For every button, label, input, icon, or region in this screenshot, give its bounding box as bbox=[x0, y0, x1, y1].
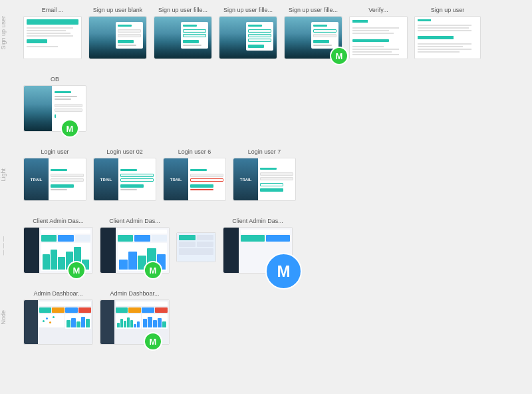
dash-content1 bbox=[38, 300, 92, 344]
node-section: Node Admin Dashboar... bbox=[0, 290, 525, 345]
email-line2 bbox=[27, 30, 66, 31]
frame-signup-final-thumb bbox=[414, 16, 481, 59]
content-area: Sign up user Email ... bbox=[0, 0, 532, 368]
frame-ob[interactable]: OB bbox=[23, 76, 86, 132]
email-header bbox=[27, 19, 78, 25]
signup-content: Email ... bbox=[23, 7, 525, 59]
admin-sidebar1 bbox=[24, 228, 39, 273]
email-line3 bbox=[27, 33, 70, 34]
frame-signup-filled2-thumb bbox=[219, 16, 277, 59]
login6-right bbox=[188, 158, 225, 200]
node-section-label: Node bbox=[0, 310, 23, 325]
node-frames-row: Admin Dashboar... bbox=[23, 290, 525, 345]
client-admin-section: — — — Client Admin Das... bbox=[0, 218, 525, 274]
frame-signup-filled2[interactable]: Sign up user fille... bbox=[219, 7, 277, 59]
login-right-panel bbox=[49, 158, 86, 200]
dash-sidebar1 bbox=[24, 300, 38, 344]
frame-admin-dash1-thumb bbox=[23, 299, 93, 345]
frame-signup-filled3[interactable]: Sign up user fille... bbox=[284, 7, 342, 59]
frame-login02-thumb: TRAIL bbox=[93, 158, 156, 201]
frame-login7[interactable]: Login user 7 TRAIL bbox=[233, 148, 296, 201]
frame-client-admin1-label: Client Admin Das... bbox=[33, 218, 84, 224]
email-line5 bbox=[27, 46, 58, 47]
ob-content: OB bbox=[23, 76, 525, 132]
frame-signup-blank[interactable]: Sign up user blank bbox=[88, 7, 147, 59]
login6-left: TRAIL bbox=[164, 158, 188, 200]
frame-login-label: Login user bbox=[41, 148, 68, 155]
badge-m-admin1: M bbox=[67, 261, 86, 280]
frame-signup-final-label: Sign up user bbox=[431, 7, 465, 13]
badge-m-admin3: M bbox=[265, 253, 302, 290]
badge-m-dash2: M bbox=[144, 332, 162, 351]
frame-verify[interactable]: Verify... bbox=[349, 7, 408, 59]
signup-form4 bbox=[311, 22, 338, 49]
login-frames-row: Login user TRAIL bbox=[23, 148, 525, 201]
frame-signup-filled3-thumb: M bbox=[284, 16, 342, 59]
signup-section: Sign up user Email ... bbox=[0, 7, 525, 59]
login-left-panel: TRAIL bbox=[24, 158, 49, 200]
frame-client-admin1[interactable]: Client Admin Das... bbox=[23, 218, 93, 274]
frame-signup-filled3-label: Sign up user fille... bbox=[289, 7, 338, 13]
frame-email[interactable]: Email ... bbox=[23, 7, 82, 59]
login02-left: TRAIL bbox=[94, 158, 118, 200]
ob-frames-row: OB bbox=[23, 76, 525, 132]
frame-client-admin3[interactable]: Client Admin Das... bbox=[223, 218, 293, 274]
frame-login02-label: Login user 02 bbox=[106, 148, 143, 155]
frame-signup-filled1-thumb bbox=[154, 16, 212, 59]
signup-form3 bbox=[246, 22, 273, 51]
frame-login-user[interactable]: Login user TRAIL bbox=[23, 148, 86, 201]
email-line4 bbox=[27, 35, 73, 37]
frame-verify-thumb bbox=[349, 16, 408, 59]
frame-email-label: Email ... bbox=[42, 7, 64, 13]
login-section: Light Login user TRAIL bbox=[0, 148, 525, 201]
email-btn bbox=[27, 39, 47, 43]
signup-form2 bbox=[181, 22, 208, 49]
badge-m-ob: M bbox=[61, 119, 79, 138]
frame-signup-blank-label: Sign up user blank bbox=[93, 7, 143, 13]
frame-login-thumb: TRAIL bbox=[23, 158, 86, 201]
frame-signup-final[interactable]: Sign up user bbox=[414, 7, 481, 59]
frame-login6[interactable]: Login user 6 TRAIL bbox=[163, 148, 226, 201]
frame-client-admin-mini[interactable] bbox=[176, 230, 216, 262]
frame-client-admin2-label: Client Admin Das... bbox=[109, 218, 160, 224]
admin-sidebar3 bbox=[223, 228, 239, 273]
frame-login7-thumb: TRAIL bbox=[233, 158, 296, 201]
frame-login7-label: Login user 7 bbox=[248, 148, 281, 155]
frame-ob-thumb: M bbox=[23, 85, 86, 132]
client-admin-label: — — — bbox=[0, 236, 23, 255]
frame-login6-thumb: TRAIL bbox=[163, 158, 226, 201]
login7-right bbox=[258, 158, 295, 200]
frame-signup-filled2-label: Sign up user fille... bbox=[223, 7, 273, 13]
frame-login6-label: Login user 6 bbox=[178, 148, 211, 155]
frame-client-admin2-thumb: M bbox=[100, 227, 170, 274]
ob-section: OB bbox=[0, 76, 525, 132]
client-admin-frames-row: Client Admin Das... bbox=[23, 218, 525, 274]
frame-login02[interactable]: Login user 02 TRAIL bbox=[93, 148, 156, 201]
signup-form bbox=[116, 22, 143, 49]
frame-ob-label: OB bbox=[51, 76, 59, 83]
dash-sidebar2 bbox=[100, 300, 114, 344]
frame-email-thumb bbox=[23, 16, 82, 59]
frame-admin-dash1[interactable]: Admin Dashboar... bbox=[23, 290, 93, 345]
frame-client-admin3-label: Client Admin Das... bbox=[232, 218, 283, 224]
frame-signup-filled1[interactable]: Sign up user fille... bbox=[154, 7, 212, 59]
frame-client-admin1-thumb: M bbox=[23, 227, 93, 274]
frame-client-admin2[interactable]: Client Admin Das... bbox=[100, 218, 170, 274]
badge-m-signup3: M bbox=[330, 47, 348, 65]
email-line1 bbox=[27, 27, 73, 29]
login02-right bbox=[118, 158, 156, 200]
frame-admin-dash2[interactable]: Admin Dashboar... bbox=[100, 290, 170, 345]
node-content: Admin Dashboar... bbox=[23, 290, 525, 345]
frame-signup-blank-thumb bbox=[88, 16, 147, 59]
login7-left: TRAIL bbox=[233, 158, 258, 200]
signup-frames-row: Email ... bbox=[23, 7, 525, 59]
signup-section-label: Sign up user bbox=[0, 16, 23, 50]
frame-admin-dash2-label: Admin Dashboar... bbox=[110, 290, 159, 297]
frame-admin-dash1-label: Admin Dashboar... bbox=[33, 290, 82, 297]
frame-signup-filled1-label: Sign up user fille... bbox=[158, 7, 207, 13]
frame-client-admin-mini-thumb bbox=[176, 232, 216, 262]
login-content: Login user TRAIL bbox=[23, 148, 525, 201]
login-section-label: Light bbox=[0, 168, 23, 182]
admin-sidebar2 bbox=[100, 228, 116, 273]
frame-admin-dash2-thumb: M bbox=[100, 299, 170, 345]
